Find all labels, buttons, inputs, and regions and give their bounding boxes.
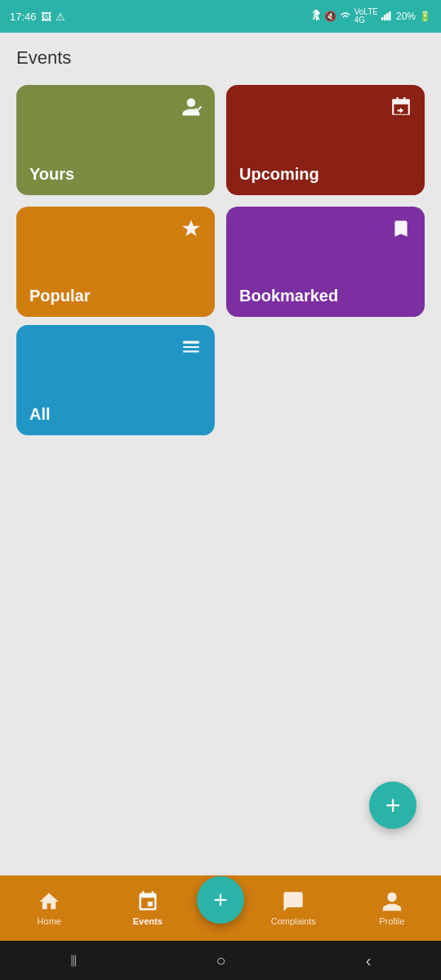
events-icon bbox=[136, 890, 159, 913]
popular-label: Popular bbox=[29, 270, 202, 305]
system-nav: ⦀ ○ ‹ bbox=[0, 941, 441, 980]
nav-profile[interactable]: Profile bbox=[343, 890, 442, 926]
card-yours[interactable]: Yours bbox=[16, 85, 215, 195]
card-popular[interactable]: Popular bbox=[16, 207, 215, 317]
all-label: All bbox=[29, 389, 202, 424]
floating-action-button[interactable]: + bbox=[369, 782, 416, 829]
nav-complaints-label: Complaints bbox=[271, 916, 316, 926]
complaints-icon bbox=[282, 890, 305, 913]
bluetooth-icon bbox=[311, 9, 321, 24]
home-icon bbox=[38, 890, 60, 913]
svg-rect-0 bbox=[381, 17, 384, 20]
sys-home-icon[interactable]: ○ bbox=[216, 951, 226, 970]
all-icon bbox=[180, 336, 202, 363]
bottom-nav: Home Events + Complaints Profile bbox=[0, 875, 441, 941]
mute-icon: 🔇 bbox=[324, 11, 336, 22]
nav-home-label: Home bbox=[38, 916, 61, 926]
sys-back-icon[interactable]: ‹ bbox=[366, 951, 372, 970]
nav-profile-label: Profile bbox=[379, 916, 404, 926]
nav-add-icon: + bbox=[213, 888, 228, 912]
status-bar: 17:46 🖼 ⚠ 🔇 VoLTE4G 20% 🔋 bbox=[0, 0, 441, 33]
upcoming-label: Upcoming bbox=[239, 149, 412, 184]
page-title: Events bbox=[0, 33, 441, 77]
nav-add-button[interactable]: + bbox=[197, 876, 244, 924]
fab-icon: + bbox=[385, 791, 401, 821]
battery-icon: 🔋 bbox=[419, 11, 431, 22]
card-upcoming[interactable]: Upcoming bbox=[226, 85, 425, 195]
svg-rect-5 bbox=[183, 341, 199, 342]
status-time: 17:46 bbox=[10, 11, 37, 23]
signal-bars-icon bbox=[381, 11, 393, 23]
popular-icon bbox=[180, 218, 202, 245]
yours-icon bbox=[180, 96, 202, 123]
yours-label: Yours bbox=[29, 149, 202, 184]
nav-home[interactable]: Home bbox=[0, 890, 99, 926]
upcoming-icon bbox=[390, 96, 412, 123]
events-grid: Yours Upcoming Popular Bookmarked bbox=[0, 77, 441, 325]
nav-events[interactable]: Events bbox=[99, 890, 198, 926]
sys-recents-icon[interactable]: ⦀ bbox=[70, 951, 77, 970]
wifi-icon bbox=[340, 11, 351, 23]
events-single-row: All bbox=[0, 325, 441, 435]
battery-text: 20% bbox=[396, 11, 416, 22]
status-warning-icon: ⚠ bbox=[56, 11, 65, 23]
svg-rect-2 bbox=[386, 13, 389, 20]
profile-icon bbox=[381, 890, 403, 913]
svg-rect-3 bbox=[389, 11, 391, 20]
svg-rect-1 bbox=[384, 15, 386, 20]
nav-events-label: Events bbox=[133, 916, 163, 926]
bookmarked-label: Bookmarked bbox=[239, 270, 412, 305]
nav-complaints[interactable]: Complaints bbox=[244, 890, 343, 926]
bookmarked-icon bbox=[390, 218, 412, 245]
signal-text: VoLTE4G bbox=[354, 8, 378, 24]
status-image-icon: 🖼 bbox=[41, 11, 51, 23]
card-bookmarked[interactable]: Bookmarked bbox=[226, 207, 425, 317]
card-all[interactable]: All bbox=[16, 325, 215, 435]
